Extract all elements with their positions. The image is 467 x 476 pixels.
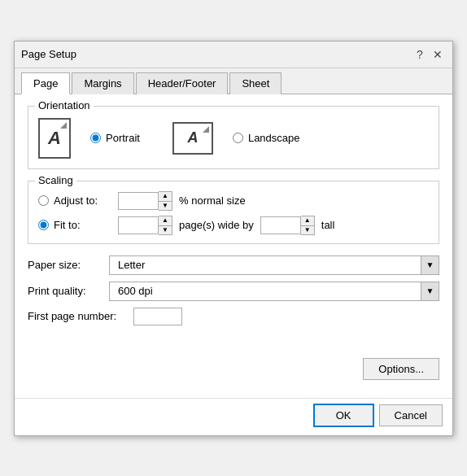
- adjust-down-button[interactable]: ▼: [159, 201, 172, 210]
- cancel-button[interactable]: Cancel: [379, 404, 443, 426]
- fit-wide-suffix: page(s) wide by: [179, 219, 254, 231]
- options-row: Options...: [28, 358, 439, 380]
- title-bar-buttons: ? ✕: [412, 46, 446, 63]
- adjust-option[interactable]: Adjust to:: [38, 194, 111, 207]
- print-quality-select[interactable]: 600 dpi ▼: [109, 282, 439, 301]
- portrait-radio[interactable]: [90, 133, 101, 143]
- bottom-buttons: OK Cancel: [15, 398, 452, 435]
- orientation-row: A Portrait A Landscape: [38, 113, 429, 160]
- page-corner-icon: [60, 122, 67, 129]
- adjust-suffix: % normal size: [179, 194, 246, 207]
- dialog-title: Page Setup: [21, 48, 76, 60]
- print-quality-arrow-icon: ▼: [421, 282, 439, 300]
- paper-size-select[interactable]: Letter ▼: [109, 255, 439, 275]
- landscape-option[interactable]: Landscape: [233, 132, 300, 144]
- ok-button[interactable]: OK: [313, 404, 374, 427]
- adjust-up-button[interactable]: ▲: [159, 192, 172, 201]
- adjust-radio[interactable]: [38, 195, 49, 206]
- scaling-label: Scaling: [35, 174, 76, 186]
- adjust-label: Adjust to:: [54, 194, 98, 207]
- fit-radio[interactable]: [38, 220, 49, 230]
- orientation-group: Orientation A Portrait A: [28, 106, 439, 169]
- print-quality-value: 600 dpi: [115, 285, 421, 297]
- landscape-radio[interactable]: [233, 133, 243, 143]
- tab-bar: Page Margins Header/Footer Sheet: [15, 68, 452, 94]
- paper-size-row: Paper size: Letter ▼: [28, 255, 439, 275]
- landscape-label: Landscape: [248, 132, 300, 144]
- options-button[interactable]: Options...: [363, 358, 439, 380]
- help-button[interactable]: ?: [412, 46, 428, 63]
- adjust-input[interactable]: 100: [118, 192, 159, 210]
- fit-wide-input[interactable]: 1: [118, 216, 159, 234]
- fit-tall-down-button[interactable]: ▼: [301, 225, 314, 234]
- fit-option[interactable]: Fit to:: [38, 219, 111, 231]
- fit-wide-spinner-btns: ▲ ▼: [159, 216, 172, 235]
- first-page-row: First page number: Auto: [28, 308, 439, 325]
- fit-tall-input[interactable]: 1: [260, 216, 301, 234]
- paper-size-arrow-icon: ▼: [421, 256, 439, 274]
- adjust-spinner-btns: ▲ ▼: [159, 191, 172, 211]
- page-setup-dialog: Page Setup ? ✕ Page Margins Header/Foote…: [14, 41, 453, 436]
- dialog-content: Orientation A Portrait A: [15, 94, 452, 391]
- fit-tall-up-button[interactable]: ▲: [301, 216, 314, 225]
- fit-label: Fit to:: [54, 219, 81, 231]
- fit-tall-spinner: 1 ▲ ▼: [260, 216, 315, 235]
- landscape-icon: A: [172, 122, 213, 155]
- fit-wide-up-button[interactable]: ▲: [159, 216, 172, 225]
- scaling-group: Scaling Adjust to: 100 ▲ ▼ % normal size: [28, 181, 439, 244]
- title-bar: Page Setup ? ✕: [15, 41, 452, 68]
- print-quality-row: Print quality: 600 dpi ▼: [28, 282, 439, 301]
- portrait-label: Portrait: [106, 132, 140, 144]
- page-corner-landscape-icon: [203, 126, 209, 133]
- tab-page[interactable]: Page: [21, 72, 70, 94]
- portrait-icon: A: [38, 118, 71, 159]
- paper-size-label: Paper size:: [28, 259, 109, 271]
- first-page-label: First page number:: [28, 310, 133, 322]
- fit-row: Fit to: 1 ▲ ▼ page(s) wide by 1 ▲ ▼: [38, 216, 429, 235]
- close-button[interactable]: ✕: [430, 46, 446, 63]
- fit-tall-suffix: tall: [321, 219, 335, 231]
- adjust-spinner: 100 ▲ ▼: [118, 191, 172, 211]
- fit-wide-down-button[interactable]: ▼: [159, 225, 172, 234]
- tab-margins[interactable]: Margins: [72, 72, 133, 94]
- first-page-input[interactable]: Auto: [133, 308, 182, 325]
- tab-sheet[interactable]: Sheet: [229, 72, 282, 94]
- fit-tall-spinner-btns: ▲ ▼: [301, 216, 315, 235]
- portrait-option[interactable]: Portrait: [90, 132, 140, 144]
- tab-header-footer[interactable]: Header/Footer: [136, 72, 229, 94]
- paper-size-value: Letter: [115, 259, 421, 271]
- adjust-row: Adjust to: 100 ▲ ▼ % normal size: [38, 188, 429, 211]
- print-quality-label: Print quality:: [28, 285, 109, 297]
- orientation-label: Orientation: [35, 99, 94, 111]
- fit-wide-spinner: 1 ▲ ▼: [118, 216, 172, 235]
